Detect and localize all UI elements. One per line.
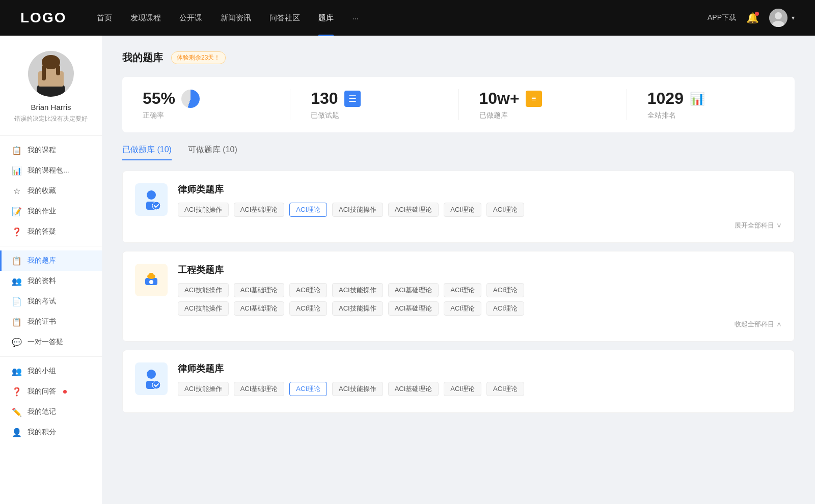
tag-item[interactable]: ACI理论 [289, 301, 327, 316]
qbank-card-2: 工程类题库 ACI技能操作 ACI基础理论 ACI理论 ACI技能操作 ACI基… [122, 251, 795, 342]
expand-link-1[interactable]: 展开全部科目 ∨ [178, 221, 782, 230]
sidebar-item-mypoints[interactable]: 👤 我的积分 [0, 422, 102, 442]
sidebar-label: 我的问答 [28, 387, 56, 396]
sidebar-item-mynotes[interactable]: ✏️ 我的笔记 [0, 402, 102, 422]
qbank-body-1: 律师类题库 ACI技能操作 ACI基础理论 ACI理论 ACI技能操作 ACI基… [178, 183, 782, 230]
tag-item[interactable]: ACI基础理论 [234, 203, 285, 217]
svg-rect-15 [149, 273, 153, 275]
tag-item[interactable]: ACI理论 [486, 382, 524, 396]
stat-accuracy: 55% 正确率 [122, 89, 290, 120]
sidebar-item-myqbank[interactable]: 📋 我的题库 [0, 250, 102, 271]
nav-news[interactable]: 新闻资讯 [221, 11, 251, 25]
sidebar-label: 我的积分 [28, 428, 56, 437]
tag-item[interactable]: ACI技能操作 [332, 382, 383, 396]
tag-item[interactable]: ACI基础理论 [388, 382, 439, 396]
nav-more[interactable]: ··· [352, 12, 359, 24]
sidebar-item-mygroup[interactable]: 👥 我的小组 [0, 361, 102, 381]
nav-discover[interactable]: 发现课程 [130, 11, 161, 25]
qbank-card-1: 律师类题库 ACI技能操作 ACI基础理论 ACI理论 ACI技能操作 ACI基… [122, 171, 795, 243]
sidebar-item-myexam[interactable]: 📄 我的考试 [0, 291, 102, 312]
tag-item[interactable]: ACI理论 [486, 203, 524, 217]
tag-item[interactable]: ACI理论 [444, 301, 481, 316]
page-title: 我的题库 [122, 51, 163, 65]
tag-item[interactable]: ACI理论 [444, 283, 481, 297]
sidebar-item-favorites[interactable]: ☆ 我的收藏 [0, 181, 102, 201]
nav-qa[interactable]: 问答社区 [269, 11, 300, 25]
sidebar-item-myqanda[interactable]: ❓ 我的问答 [0, 381, 102, 402]
main-layout: Brian Harris 错误的决定比没有决定要好 📋 我的课程 📊 我的课程包… [0, 36, 815, 504]
nav-home[interactable]: 首页 [97, 11, 112, 25]
main-nav: 首页 发现课程 公开课 新闻资讯 问答社区 题库 ··· [97, 11, 708, 25]
profile-motto: 错误的决定比没有决定要好 [6, 115, 96, 123]
sidebar-label: 我的考试 [28, 297, 56, 306]
sidebar-item-myqa[interactable]: ❓ 我的答疑 [0, 221, 102, 242]
stat-label-ranking: 全站排名 [647, 111, 676, 120]
tag-item[interactable]: ACI基础理论 [234, 283, 285, 297]
tab-available[interactable]: 可做题库 (10) [188, 145, 237, 160]
qbank-header-1: 律师类题库 ACI技能操作 ACI基础理论 ACI理论 ACI技能操作 ACI基… [135, 183, 782, 230]
mycourse-icon: 📋 [12, 146, 21, 155]
sidebar-label: 我的证书 [28, 317, 56, 326]
tag-item[interactable]: ACI技能操作 [332, 283, 383, 297]
stat-value-accuracy: 55% [143, 89, 175, 108]
tag-item[interactable]: ACI理论 [444, 203, 481, 217]
sidebar-item-coursepkg[interactable]: 📊 我的课程包... [0, 160, 102, 181]
qbank-icon-lawyer-3 [135, 362, 168, 395]
tag-item[interactable]: ACI技能操作 [178, 301, 229, 316]
sidebar-item-homework[interactable]: 📝 我的作业 [0, 201, 102, 221]
tag-item[interactable]: ACI基础理论 [388, 203, 439, 217]
tag-item[interactable]: ACI理论 [444, 382, 481, 396]
sidebar-menu: 📋 我的课程 📊 我的课程包... ☆ 我的收藏 📝 我的作业 ❓ 我的答疑 [0, 140, 102, 442]
tag-item[interactable]: ACI技能操作 [178, 382, 229, 396]
tag-item[interactable]: ACI基础理论 [234, 301, 285, 316]
stat-top-accuracy: 55% [143, 89, 200, 108]
qbank-header-2: 工程类题库 ACI技能操作 ACI基础理论 ACI理论 ACI技能操作 ACI基… [135, 264, 782, 329]
mypoints-icon: 👤 [12, 428, 21, 437]
sidebar-item-myprofile[interactable]: 👥 我的资料 [0, 271, 102, 291]
stat-ranking: 1029 📊 全站排名 [627, 89, 795, 120]
stat-value-banks: 10w+ [479, 89, 520, 108]
homework-icon: 📝 [12, 207, 21, 216]
profile-avatar [28, 51, 74, 97]
myexam-icon: 📄 [12, 297, 21, 306]
stat-top-banks: 10w+ ≡ [479, 89, 542, 108]
profile-section: Brian Harris 错误的决定比没有决定要好 [0, 36, 102, 131]
qbank-body-3: 律师类题库 ACI技能操作 ACI基础理论 ACI理论 ACI技能操作 ACI基… [178, 362, 782, 400]
nav-opencourse[interactable]: 公开课 [179, 11, 202, 25]
sidebar-item-mycourse[interactable]: 📋 我的课程 [0, 140, 102, 160]
nav-qbank[interactable]: 题库 [318, 11, 334, 25]
tag-item-selected[interactable]: ACI理论 [289, 203, 327, 217]
tag-item[interactable]: ACI技能操作 [178, 283, 229, 297]
tag-item[interactable]: ACI理论 [486, 283, 524, 297]
qbank-body-2: 工程类题库 ACI技能操作 ACI基础理论 ACI理论 ACI技能操作 ACI基… [178, 264, 782, 329]
sidebar-item-mycert[interactable]: 📋 我的证书 [0, 312, 102, 332]
qbank-icon-engineer [135, 264, 168, 296]
tag-item[interactable]: ACI理论 [486, 301, 524, 316]
tag-item[interactable]: ACI基础理论 [388, 301, 439, 316]
sidebar-item-tutoring[interactable]: 💬 一对一答疑 [0, 332, 102, 352]
user-avatar-wrap[interactable]: ▾ [769, 9, 795, 27]
myqanda-icon: ❓ [12, 387, 21, 396]
myqa-icon: ❓ [12, 227, 21, 236]
accuracy-pie-chart [181, 90, 200, 108]
tag-item[interactable]: ACI基础理论 [234, 382, 285, 396]
tag-item[interactable]: ACI基础理论 [388, 283, 439, 297]
tag-item[interactable]: ACI技能操作 [178, 203, 229, 217]
tag-item[interactable]: ACI技能操作 [332, 301, 383, 316]
expand-link-2[interactable]: 收起全部科目 ∧ [178, 320, 782, 329]
tag-item[interactable]: ACI技能操作 [332, 203, 383, 217]
qbank-tags-3: ACI技能操作 ACI基础理论 ACI理论 ACI技能操作 ACI基础理论 AC… [178, 382, 782, 396]
tab-done[interactable]: 已做题库 (10) [122, 145, 172, 160]
qbank-icon-lawyer-1 [135, 183, 168, 216]
header-right: APP下载 🔔 ▾ [708, 9, 795, 27]
tag-item-selected[interactable]: ACI理论 [289, 382, 327, 396]
qbank-tags-2b: ACI技能操作 ACI基础理论 ACI理论 ACI技能操作 ACI基础理论 AC… [178, 301, 782, 316]
svg-rect-8 [42, 65, 46, 80]
header: LOGO 首页 发现课程 公开课 新闻资讯 问答社区 题库 ··· APP下载 … [0, 0, 815, 36]
sidebar-divider-3 [0, 356, 102, 357]
tag-item[interactable]: ACI理论 [289, 283, 327, 297]
notification-bell[interactable]: 🔔 [746, 12, 759, 24]
app-download-link[interactable]: APP下载 [708, 13, 736, 22]
main-content: 我的题库 体验剩余23天！ 55% 正确率 130 ☰ 已做试题 [102, 36, 815, 504]
avatar [769, 9, 787, 27]
